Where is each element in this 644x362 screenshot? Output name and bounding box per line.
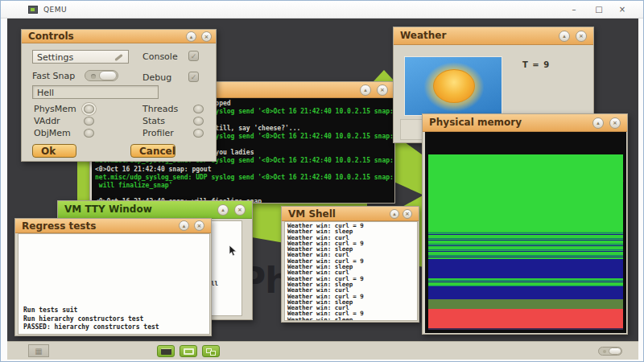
taskbar-windows-button[interactable] <box>202 345 220 357</box>
guest-desktop: Ph ▴ × <0>Oct 16 21:42:40 snap: vm stopp… <box>7 19 638 360</box>
toggle-off-dot <box>603 350 606 353</box>
memory-band <box>428 231 623 259</box>
physical-memory-content: View: threads state windows profile ? = … <box>425 132 626 333</box>
physmem-label: PhysMem <box>34 104 76 114</box>
temperature-value: T = 9 <box>522 60 550 69</box>
console-checkbox[interactable]: ✓ <box>188 51 199 61</box>
terminal-line <box>95 190 391 198</box>
console-label: Console <box>142 51 178 62</box>
minimize-icon[interactable]: ▴ <box>592 117 604 129</box>
ok-button[interactable]: Ok <box>32 144 76 158</box>
close-icon[interactable]: × <box>234 204 246 216</box>
vm-shell-window: VM Shell ▴ × Weather win: curl = 9Weathe… <box>281 206 419 323</box>
memory-band <box>428 259 623 278</box>
minimize-icon[interactable]: ▴ <box>559 31 570 42</box>
controls-window: Controls ▴ × Settings Console ✓ Fast Sna… <box>21 29 217 162</box>
debug-label: Debug <box>142 72 171 83</box>
regress-titlebar[interactable]: Regress tests ▴ × <box>15 219 211 233</box>
physmem-radio[interactable] <box>84 105 94 113</box>
vm-shell-titlebar[interactable]: VM Shell ▴ × <box>282 207 419 221</box>
minimize-icon[interactable]: ▴ <box>390 209 399 219</box>
terminal-line: Run hierarchy constructors test <box>23 315 159 323</box>
objmem-radio[interactable] <box>84 129 94 138</box>
text-input[interactable]: Hell <box>32 85 159 99</box>
close-icon[interactable]: × <box>402 209 412 219</box>
apps-menu-button[interactable]: ▦ <box>28 344 49 357</box>
vm-tty-title: VM TTY Window <box>64 204 152 215</box>
taskbar-terminal-button[interactable] <box>157 345 175 357</box>
regress-output: Run tests suitRun hierarchy constructors… <box>23 306 159 331</box>
memory-band <box>428 299 623 309</box>
profiler-label: Profiler <box>142 128 174 138</box>
minimize-button[interactable]: – <box>564 2 584 16</box>
minimize-icon[interactable]: ▴ <box>217 204 229 216</box>
terminal-line: PASSED: hierarchy constructors test <box>23 323 159 331</box>
taskbar-toggle[interactable] <box>598 347 622 356</box>
close-button[interactable]: × <box>613 2 632 16</box>
physical-memory-titlebar[interactable]: Physical memory ▴ × <box>423 114 627 132</box>
window-icon <box>184 348 194 355</box>
terminal-line: Weather win: sleep <box>287 317 415 321</box>
weather-title: Weather <box>400 30 446 41</box>
qemu-titlebar[interactable]: QEMU – □ × <box>1 1 643 19</box>
memory-band <box>428 278 623 286</box>
regress-content: Run tests suitRun hierarchy constructors… <box>18 233 210 335</box>
close-icon[interactable]: × <box>609 117 621 129</box>
terminal-line: net.misc/udp_syslog_send: UDP syslog sen… <box>95 174 391 182</box>
memory-band <box>428 154 623 231</box>
cancel-button[interactable]: Cancel <box>130 144 175 158</box>
regress-title: Regress tests <box>22 220 96 232</box>
minimize-icon[interactable]: ▴ <box>186 31 196 42</box>
vaddr-radio[interactable] <box>84 117 94 125</box>
minimize-icon[interactable]: ▴ <box>179 220 189 231</box>
close-icon[interactable]: × <box>377 84 388 96</box>
profiler-radio[interactable] <box>193 129 204 138</box>
mouse-cursor <box>229 245 237 257</box>
controls-titlebar[interactable]: Controls ▴ × <box>22 30 216 43</box>
physical-memory-window: Physical memory ▴ × View: threads state … <box>422 113 628 335</box>
terminal-line: Run tests suit <box>23 306 159 315</box>
regress-tests-window: Regress tests ▴ × Run tests suitRun hier… <box>14 218 212 336</box>
close-icon[interactable]: × <box>194 220 204 231</box>
stats-label: Stats <box>142 116 165 126</box>
toggle-knob[interactable] <box>99 71 117 80</box>
terminal-icon <box>161 348 171 355</box>
threads-radio[interactable] <box>193 105 204 113</box>
fast-snap-label: Fast Snap <box>32 71 75 81</box>
threads-label: Threads <box>142 104 178 114</box>
controls-title: Controls <box>28 31 74 42</box>
terminal-line: will finalize_snap' <box>95 182 391 190</box>
sun-icon <box>433 69 475 103</box>
physical-memory-title: Physical memory <box>429 117 522 128</box>
vaddr-label: VAddr <box>34 116 60 126</box>
qemu-window: QEMU – □ × Ph ▴ × <0>Oct 16 21:42:40 sna… <box>0 0 644 362</box>
memory-map <box>428 154 623 330</box>
terminal-line: <0>Oct 16 21:42:40 snap: pgout <box>95 166 391 174</box>
settings-dropdown-value: Settings <box>37 52 73 63</box>
weather-titlebar[interactable]: Weather ▴ × <box>394 27 593 45</box>
objmem-label: ObjMem <box>34 128 71 138</box>
memory-band <box>428 309 623 328</box>
vm-shell-output: Weather win: curl = 9Weather win: sleepW… <box>284 221 418 321</box>
maximize-button[interactable]: □ <box>589 2 609 16</box>
memory-band <box>428 286 623 299</box>
toggle-off-dot <box>91 74 96 79</box>
fast-snap-toggle[interactable] <box>85 70 118 81</box>
minimize-icon[interactable]: ▴ <box>360 84 371 96</box>
memory-band <box>428 328 623 330</box>
close-icon[interactable]: × <box>201 31 212 42</box>
debug-checkbox[interactable]: ✓ <box>188 72 199 82</box>
stats-radio[interactable] <box>193 117 204 125</box>
weather-sun-panel <box>404 56 502 116</box>
close-icon[interactable]: × <box>576 31 587 42</box>
vm-tty-titlebar[interactable]: VM TTY Window ▴ × <box>58 201 252 219</box>
qemu-app-icon <box>28 6 38 14</box>
wrench-icon <box>114 54 123 61</box>
vm-shell-title: VM Shell <box>288 208 336 220</box>
toggle-knob[interactable] <box>609 348 621 355</box>
qemu-window-title: QEMU <box>43 6 67 14</box>
settings-dropdown[interactable]: Settings <box>32 50 129 64</box>
taskbar-window-button[interactable] <box>180 345 197 357</box>
taskbar: ▦ <box>7 341 638 360</box>
